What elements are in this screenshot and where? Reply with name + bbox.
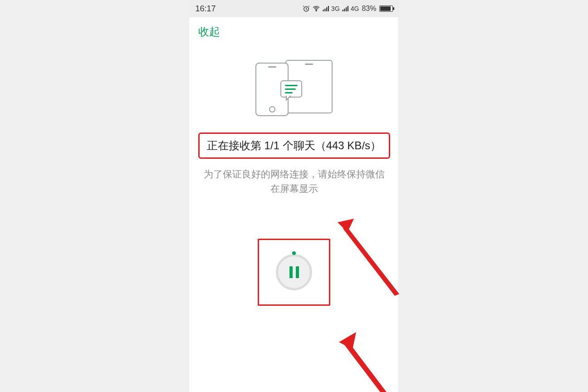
transfer-illustration (255, 60, 333, 119)
annotation-arrow-2-icon (338, 332, 397, 392)
alarm-icon (302, 5, 310, 13)
svg-rect-9 (348, 6, 348, 11)
svg-rect-2 (323, 10, 324, 11)
annotation-arrow-1-icon (337, 219, 399, 296)
svg-rect-6 (342, 10, 343, 11)
transfer-status-text: 正在接收第 1/1 个聊天（443 KB/s） (203, 138, 385, 153)
svg-marker-11 (343, 225, 399, 296)
pause-button-highlight (258, 239, 330, 306)
battery-icon (379, 5, 393, 12)
svg-rect-5 (328, 6, 329, 11)
phone-screenshot: 16:17 3G 4G (189, 0, 399, 392)
collapse-button[interactable]: 收起 (198, 24, 220, 39)
network-2-label: 4G (351, 5, 359, 12)
pause-icon (289, 266, 299, 278)
svg-point-1 (316, 10, 317, 11)
chat-bubble-icon (280, 80, 302, 98)
svg-rect-4 (326, 7, 327, 11)
status-indicators: 3G 4G 83% (302, 5, 392, 13)
status-bar: 16:17 3G 4G (189, 0, 399, 17)
status-time: 16:17 (196, 4, 216, 14)
title-bar: 收起 (189, 17, 399, 46)
battery-percent: 83% (362, 5, 376, 13)
svg-marker-10 (338, 219, 354, 232)
progress-dot-icon (292, 251, 296, 255)
pause-button[interactable] (276, 254, 312, 290)
svg-rect-7 (344, 9, 345, 11)
svg-marker-12 (339, 332, 356, 349)
transfer-hint-text: 为了保证良好的网络连接，请始终保持微信在屏幕显示 (203, 167, 386, 196)
svg-rect-3 (324, 9, 325, 11)
transfer-status-highlight: 正在接收第 1/1 个聊天（443 KB/s） (198, 132, 390, 159)
signal-1-icon (322, 5, 330, 13)
wifi-icon (312, 5, 320, 13)
content-area: 正在接收第 1/1 个聊天（443 KB/s） 为了保证良好的网络连接，请始终保… (189, 46, 399, 306)
svg-marker-13 (344, 341, 396, 392)
network-1-label: 3G (331, 5, 340, 12)
signal-2-icon (342, 5, 350, 13)
svg-rect-8 (346, 7, 347, 11)
